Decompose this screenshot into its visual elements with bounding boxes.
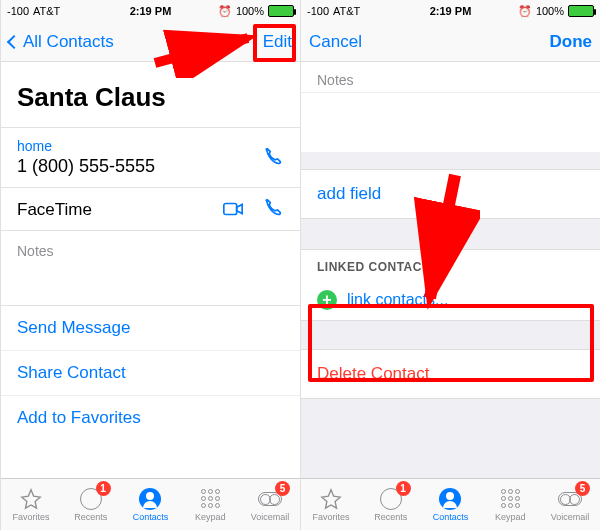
status-bar: -100 AT&T 2:19 PM ⏰ 100% xyxy=(1,0,300,22)
tab-bar: Favorites Recents1 Contacts Keypad Voice… xyxy=(301,478,600,530)
edit-contact-form: Notes add field LINKED CONTACTS + link c… xyxy=(301,62,600,478)
phone-label: home xyxy=(17,138,284,154)
clock-time: 2:19 PM xyxy=(430,5,472,17)
clock-time: 2:19 PM xyxy=(130,5,172,17)
add-to-favorites-button[interactable]: Add to Favorites xyxy=(1,396,300,440)
star-icon xyxy=(318,488,344,510)
cancel-label: Cancel xyxy=(309,32,362,52)
recents-badge: 1 xyxy=(96,481,111,496)
tab-label: Recents xyxy=(374,512,407,522)
recents-badge: 1 xyxy=(396,481,411,496)
back-button[interactable]: All Contacts xyxy=(9,32,263,52)
battery-icon xyxy=(568,5,594,17)
phone-row[interactable]: home 1 (800) 555-5555 xyxy=(1,128,300,187)
contacts-icon xyxy=(137,488,163,510)
tab-keypad[interactable]: Keypad xyxy=(180,479,240,530)
tab-recents[interactable]: Recents1 xyxy=(361,479,421,530)
tab-label: Voicemail xyxy=(251,512,290,522)
signal-strength: -100 xyxy=(307,5,329,17)
tab-label: Recents xyxy=(74,512,107,522)
linked-contacts-section: LINKED CONTACTS + link contacts... xyxy=(301,249,600,321)
tab-contacts[interactable]: Contacts xyxy=(421,479,481,530)
tab-label: Favorites xyxy=(12,512,49,522)
contact-name: Santa Claus xyxy=(1,62,300,127)
status-bar: -100 AT&T 2:19 PM ⏰ 100% xyxy=(301,0,600,22)
delete-contact-button[interactable]: Delete Contact xyxy=(301,349,600,399)
link-contacts-button[interactable]: + link contacts... xyxy=(301,280,600,320)
phone-number: 1 (800) 555-5555 xyxy=(17,156,284,177)
edit-button[interactable]: Edit xyxy=(263,32,292,52)
tab-voicemail[interactable]: Voicemail5 xyxy=(240,479,300,530)
done-button[interactable]: Done xyxy=(550,32,593,52)
alarm-icon: ⏰ xyxy=(218,5,232,18)
star-icon xyxy=(18,488,44,510)
phone-icon[interactable] xyxy=(262,198,284,220)
back-label: All Contacts xyxy=(23,32,114,52)
notes-field[interactable] xyxy=(301,93,600,153)
tab-favorites[interactable]: Favorites xyxy=(1,479,61,530)
keypad-icon xyxy=(197,488,223,510)
svg-rect-0 xyxy=(224,204,237,215)
tab-contacts[interactable]: Contacts xyxy=(121,479,181,530)
linked-contacts-header: LINKED CONTACTS xyxy=(301,250,600,280)
battery-icon xyxy=(268,5,294,17)
nav-bar: All Contacts Edit xyxy=(1,22,300,62)
tab-label: Contacts xyxy=(433,512,469,522)
add-field-button[interactable]: add field xyxy=(301,169,600,219)
notes-label: Notes xyxy=(301,62,600,93)
keypad-icon xyxy=(497,488,523,510)
voicemail-badge: 5 xyxy=(575,481,590,496)
carrier: AT&T xyxy=(333,5,360,17)
cancel-button[interactable]: Cancel xyxy=(309,32,550,52)
facetime-row[interactable]: FaceTime xyxy=(1,188,300,230)
tab-label: Keypad xyxy=(195,512,226,522)
contacts-icon xyxy=(437,488,463,510)
share-contact-button[interactable]: Share Contact xyxy=(1,351,300,396)
battery-percent: 100% xyxy=(236,5,264,17)
tab-label: Favorites xyxy=(312,512,349,522)
signal-strength: -100 xyxy=(7,5,29,17)
nav-bar: Cancel Done xyxy=(301,22,600,62)
carrier: AT&T xyxy=(33,5,60,17)
tab-favorites[interactable]: Favorites xyxy=(301,479,361,530)
tab-recents[interactable]: Recents1 xyxy=(61,479,121,530)
voicemail-badge: 5 xyxy=(275,481,290,496)
video-icon[interactable] xyxy=(222,198,244,220)
chevron-left-icon xyxy=(7,34,21,48)
screenshot-contact-edit: -100 AT&T 2:19 PM ⏰ 100% Cancel Done Not… xyxy=(300,0,600,530)
phone-icon[interactable] xyxy=(262,147,284,169)
screenshot-contact-view: -100 AT&T 2:19 PM ⏰ 100% All Contacts Ed… xyxy=(0,0,300,530)
alarm-icon: ⏰ xyxy=(518,5,532,18)
battery-percent: 100% xyxy=(536,5,564,17)
plus-icon: + xyxy=(317,290,337,310)
link-contacts-label: link contacts... xyxy=(347,291,448,309)
notes-label: Notes xyxy=(1,231,300,265)
tab-bar: Favorites Recents1 Contacts Keypad Voice… xyxy=(1,478,300,530)
send-message-button[interactable]: Send Message xyxy=(1,306,300,351)
tab-keypad[interactable]: Keypad xyxy=(480,479,540,530)
contact-detail: Santa Claus home 1 (800) 555-5555 FaceTi… xyxy=(1,62,300,478)
tab-label: Voicemail xyxy=(551,512,590,522)
tab-label: Keypad xyxy=(495,512,526,522)
tab-voicemail[interactable]: Voicemail5 xyxy=(540,479,600,530)
tab-label: Contacts xyxy=(133,512,169,522)
